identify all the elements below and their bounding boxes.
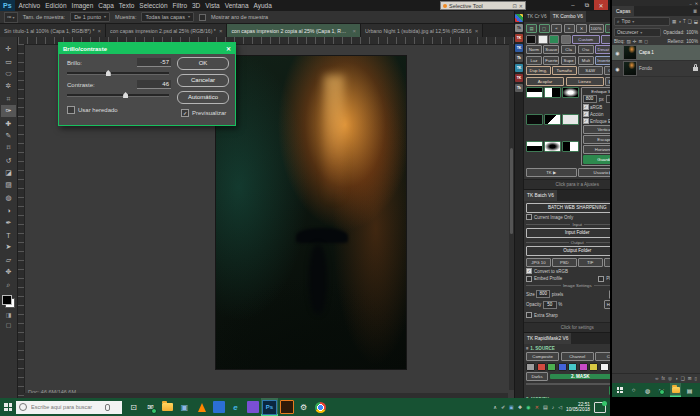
channel-chip[interactable]: [526, 363, 535, 371]
task-view-icon[interactable]: ⊡: [125, 398, 142, 416]
tray-icon[interactable]: ❖: [518, 404, 522, 410]
app-icon[interactable]: ▤: [684, 383, 695, 397]
vertical-scrollbar[interactable]: [509, 44, 514, 390]
channel-chip[interactable]: [579, 363, 588, 371]
checkbox-checked-icon[interactable]: ✓: [583, 111, 589, 117]
tk-button[interactable]: S&W: [578, 66, 603, 75]
tk-button[interactable]: Cla: [561, 45, 577, 54]
menu-item[interactable]: Archivo: [19, 2, 41, 9]
tk-button[interactable]: Suave: [543, 45, 559, 54]
layer-footer-icon[interactable]: ◑: [675, 376, 678, 381]
vlc-icon[interactable]: [193, 398, 210, 416]
tool-button[interactable]: ⌑: [1, 142, 16, 154]
quick-mask-icon[interactable]: ◨: [6, 311, 12, 318]
adobe-app-icon[interactable]: [278, 398, 295, 416]
tool-button[interactable]: ➤: [1, 241, 16, 253]
brush-chip[interactable]: [538, 35, 548, 44]
minimize-icon[interactable]: –: [689, 1, 691, 6]
contrast-value-field[interactable]: 46: [137, 80, 171, 89]
sample-size-select[interactable]: De 1 punto ▾: [70, 12, 110, 22]
lock-option-icon[interactable]: ▨: [626, 39, 630, 44]
auto-button[interactable]: Automático: [177, 91, 229, 104]
tray-icon[interactable]: ◁: [558, 404, 562, 410]
layer-footer-icon[interactable]: ◎: [668, 376, 672, 381]
checkbox-icon[interactable]: [598, 276, 604, 282]
tray-icon[interactable]: ▣: [509, 404, 514, 410]
color-swatches[interactable]: [2, 295, 15, 308]
blend-mode-select[interactable]: Oscurecer ▾: [614, 28, 661, 37]
tk-button[interactable]: Osc: [578, 45, 594, 54]
checkbox-checked-icon[interactable]: ✓: [583, 118, 589, 124]
document-image[interactable]: [216, 56, 406, 369]
channel-chip[interactable]: [547, 363, 556, 371]
tray-icon[interactable]: ✐: [501, 404, 505, 410]
visibility-eye-icon[interactable]: ◉: [614, 50, 621, 56]
photos-icon[interactable]: ▣: [176, 398, 193, 416]
channel-chip[interactable]: [568, 363, 577, 371]
tool-button[interactable]: ⬭: [1, 68, 16, 80]
opacity-value[interactable]: 100%: [686, 30, 698, 35]
mail-icon[interactable]: ✉: [142, 398, 159, 416]
tk-button[interactable]: Acoplar: [526, 77, 564, 86]
menu-item[interactable]: Edición: [45, 2, 66, 9]
tk-button[interactable]: Fuerte: [543, 56, 559, 65]
panel-chip-icon[interactable]: Tk: [515, 24, 523, 32]
layer-thumbnail[interactable]: [623, 61, 637, 76]
menu-item[interactable]: Ventana: [225, 2, 249, 9]
checkbox-checked-icon[interactable]: ✓: [583, 104, 589, 110]
tool-button[interactable]: ✚: [1, 117, 16, 129]
tk-button[interactable]: Lienzo: [566, 77, 604, 86]
tk-icon-button[interactable]: ✕: [576, 24, 587, 33]
panel-chip-icon[interactable]: TK: [515, 74, 523, 82]
document-tab[interactable]: con capas impresion 2 copia al 25% (Capa…: [227, 24, 361, 37]
photoshop-taskbar-icon[interactable]: Ps: [261, 398, 278, 416]
mask-preset-icon[interactable]: [544, 114, 561, 125]
tool-button[interactable]: T: [1, 229, 16, 241]
panel-chip-icon[interactable]: Tk: [515, 84, 523, 92]
file-explorer-icon[interactable]: [159, 398, 176, 416]
mask-preset-icon[interactable]: [562, 114, 579, 125]
tk-button[interactable]: Mult: [578, 56, 594, 65]
tab-close-icon[interactable]: ×: [98, 28, 102, 34]
dialog-close-icon[interactable]: ✕: [226, 45, 231, 52]
lock-option-icon[interactable]: ⊞: [639, 39, 643, 44]
checkbox-icon[interactable]: [526, 276, 532, 282]
search-input[interactable]: [29, 403, 103, 411]
tk-icon-button[interactable]: »: [564, 24, 575, 33]
panel-menu-icon[interactable]: ≣: [690, 6, 700, 16]
source-button[interactable]: Channel: [561, 352, 594, 361]
hamburger-icon[interactable]: ≡: [526, 346, 529, 351]
minimize-button[interactable]: –: [566, 0, 580, 10]
tool-button[interactable]: ▨: [1, 179, 16, 191]
cortana-icon[interactable]: ○: [628, 383, 639, 397]
mask-preset-icon[interactable]: [544, 141, 561, 152]
sample-select[interactable]: Todas las capas ▾: [141, 12, 193, 22]
tk-icon-button[interactable]: 100%: [589, 24, 604, 33]
edge-icon[interactable]: e: [227, 398, 244, 416]
checkbox-icon[interactable]: [526, 312, 532, 318]
tool-button[interactable]: ▱: [1, 254, 16, 266]
selective-tool-restore-icon[interactable]: ⊡: [513, 3, 517, 9]
format-option[interactable]: JPG 10: [526, 258, 551, 267]
fill-value[interactable]: 100%: [686, 39, 698, 44]
tool-button[interactable]: ▭: [1, 55, 16, 67]
tab-tk-batch[interactable]: TK Batch V6: [524, 190, 557, 201]
brightness-slider[interactable]: [67, 72, 169, 75]
brush-chip[interactable]: [561, 35, 571, 44]
brush-chip[interactable]: [549, 35, 559, 44]
tab-tk-rapidmask[interactable]: TK RapidMask2 V6: [524, 333, 571, 344]
tk-button[interactable]: Supe: [561, 56, 577, 65]
document-tab[interactable]: con capas impresion 2.psd al 25% (RGB/16…: [106, 24, 227, 37]
layer-filter-icon[interactable]: ▦: [672, 19, 676, 24]
layer-filter-icon[interactable]: ◑: [678, 19, 681, 24]
checkbox-checked-icon[interactable]: ✓: [526, 268, 532, 274]
tool-button[interactable]: ⌗: [1, 93, 16, 105]
lock-option-icon[interactable]: ✛: [633, 39, 637, 44]
tab-close-icon[interactable]: ×: [352, 28, 356, 34]
tool-button[interactable]: ◍: [1, 192, 16, 204]
cancel-button[interactable]: Cancelar: [177, 74, 229, 87]
contrast-slider[interactable]: [67, 94, 169, 97]
settings-icon[interactable]: ⚙: [295, 398, 312, 416]
menu-item[interactable]: Selección: [139, 2, 167, 9]
microphone-icon[interactable]: [105, 404, 110, 411]
